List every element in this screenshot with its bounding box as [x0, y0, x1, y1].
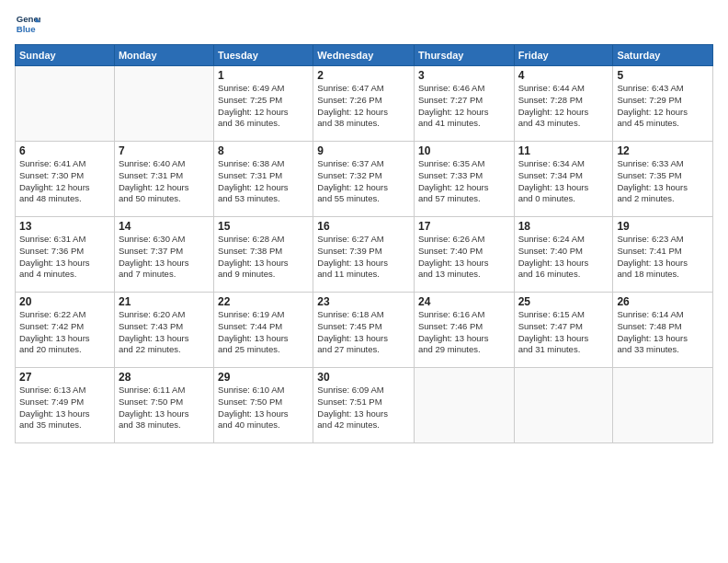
cell-day-number: 21 — [119, 295, 210, 308]
calendar-cell: 25Sunrise: 6:15 AM Sunset: 7:47 PM Dayli… — [514, 293, 613, 368]
calendar-week-row: 20Sunrise: 6:22 AM Sunset: 7:42 PM Dayli… — [16, 293, 713, 368]
cell-info-text: Sunrise: 6:43 AM Sunset: 7:29 PM Dayligh… — [617, 83, 709, 130]
logo: General Blue — [15, 11, 40, 37]
calendar-cell: 24Sunrise: 6:16 AM Sunset: 7:46 PM Dayli… — [414, 293, 514, 368]
calendar-cell: 29Sunrise: 6:10 AM Sunset: 7:50 PM Dayli… — [214, 368, 313, 443]
cell-day-number: 4 — [518, 69, 609, 82]
cell-day-number: 15 — [218, 220, 309, 233]
weekday-header: Monday — [114, 45, 213, 66]
calendar-cell: 19Sunrise: 6:23 AM Sunset: 7:41 PM Dayli… — [613, 217, 713, 293]
header: General Blue — [15, 11, 713, 37]
calendar-cell: 22Sunrise: 6:19 AM Sunset: 7:44 PM Dayli… — [214, 293, 313, 368]
cell-day-number: 14 — [119, 220, 210, 233]
calendar-cell: 14Sunrise: 6:30 AM Sunset: 7:37 PM Dayli… — [114, 217, 213, 293]
calendar-cell: 2Sunrise: 6:47 AM Sunset: 7:26 PM Daylig… — [313, 66, 415, 142]
calendar-cell: 17Sunrise: 6:26 AM Sunset: 7:40 PM Dayli… — [414, 217, 514, 293]
calendar-cell: 23Sunrise: 6:18 AM Sunset: 7:45 PM Dayli… — [313, 293, 415, 368]
weekday-header: Thursday — [414, 45, 514, 66]
cell-info-text: Sunrise: 6:46 AM Sunset: 7:27 PM Dayligh… — [418, 83, 510, 130]
calendar-week-row: 1Sunrise: 6:49 AM Sunset: 7:25 PM Daylig… — [16, 66, 713, 142]
cell-day-number: 1 — [218, 69, 309, 82]
calendar-table: SundayMondayTuesdayWednesdayThursdayFrid… — [15, 44, 713, 443]
calendar-week-row: 13Sunrise: 6:31 AM Sunset: 7:36 PM Dayli… — [16, 217, 713, 293]
cell-info-text: Sunrise: 6:24 AM Sunset: 7:40 PM Dayligh… — [518, 234, 609, 281]
calendar-cell — [16, 66, 115, 142]
calendar-week-row: 6Sunrise: 6:41 AM Sunset: 7:30 PM Daylig… — [16, 142, 713, 217]
calendar-cell: 15Sunrise: 6:28 AM Sunset: 7:38 PM Dayli… — [214, 217, 313, 293]
cell-day-number: 12 — [617, 144, 709, 157]
cell-day-number: 16 — [317, 220, 410, 233]
calendar-cell: 9Sunrise: 6:37 AM Sunset: 7:32 PM Daylig… — [313, 142, 415, 217]
cell-day-number: 5 — [617, 69, 709, 82]
calendar-cell — [414, 368, 514, 443]
cell-info-text: Sunrise: 6:09 AM Sunset: 7:51 PM Dayligh… — [317, 385, 410, 431]
cell-info-text: Sunrise: 6:38 AM Sunset: 7:31 PM Dayligh… — [218, 158, 309, 205]
cell-day-number: 26 — [617, 295, 709, 308]
calendar-cell: 6Sunrise: 6:41 AM Sunset: 7:30 PM Daylig… — [16, 142, 115, 217]
cell-info-text: Sunrise: 6:47 AM Sunset: 7:26 PM Dayligh… — [317, 83, 410, 130]
calendar-cell — [114, 66, 213, 142]
logo-icon: General Blue — [15, 11, 40, 37]
cell-info-text: Sunrise: 6:27 AM Sunset: 7:39 PM Dayligh… — [317, 234, 410, 281]
svg-text:Blue: Blue — [17, 24, 36, 34]
calendar-week-row: 27Sunrise: 6:13 AM Sunset: 7:49 PM Dayli… — [16, 368, 713, 443]
cell-info-text: Sunrise: 6:18 AM Sunset: 7:45 PM Dayligh… — [317, 309, 410, 356]
cell-day-number: 17 — [418, 220, 510, 233]
cell-day-number: 23 — [317, 295, 410, 308]
cell-day-number: 30 — [317, 371, 410, 384]
calendar-cell: 30Sunrise: 6:09 AM Sunset: 7:51 PM Dayli… — [313, 368, 415, 443]
cell-day-number: 20 — [19, 295, 110, 308]
cell-day-number: 9 — [317, 144, 410, 157]
calendar-cell: 28Sunrise: 6:11 AM Sunset: 7:50 PM Dayli… — [114, 368, 213, 443]
cell-info-text: Sunrise: 6:35 AM Sunset: 7:33 PM Dayligh… — [418, 158, 510, 205]
calendar-cell: 12Sunrise: 6:33 AM Sunset: 7:35 PM Dayli… — [613, 142, 713, 217]
cell-day-number: 24 — [418, 295, 510, 308]
cell-day-number: 19 — [617, 220, 709, 233]
calendar-cell: 7Sunrise: 6:40 AM Sunset: 7:31 PM Daylig… — [114, 142, 213, 217]
cell-info-text: Sunrise: 6:20 AM Sunset: 7:43 PM Dayligh… — [119, 309, 210, 356]
cell-info-text: Sunrise: 6:22 AM Sunset: 7:42 PM Dayligh… — [19, 309, 110, 356]
cell-day-number: 8 — [218, 144, 309, 157]
main-container: General Blue SundayMondayTuesdayWednesda… — [0, 0, 728, 563]
weekday-header-row: SundayMondayTuesdayWednesdayThursdayFrid… — [16, 45, 713, 66]
calendar-cell: 11Sunrise: 6:34 AM Sunset: 7:34 PM Dayli… — [514, 142, 613, 217]
calendar-cell: 27Sunrise: 6:13 AM Sunset: 7:49 PM Dayli… — [16, 368, 115, 443]
cell-info-text: Sunrise: 6:26 AM Sunset: 7:40 PM Dayligh… — [418, 234, 510, 281]
cell-day-number: 6 — [19, 144, 110, 157]
cell-info-text: Sunrise: 6:49 AM Sunset: 7:25 PM Dayligh… — [218, 83, 309, 130]
calendar-cell: 1Sunrise: 6:49 AM Sunset: 7:25 PM Daylig… — [214, 66, 313, 142]
cell-info-text: Sunrise: 6:44 AM Sunset: 7:28 PM Dayligh… — [518, 83, 609, 130]
weekday-header: Tuesday — [214, 45, 313, 66]
cell-info-text: Sunrise: 6:28 AM Sunset: 7:38 PM Dayligh… — [218, 234, 309, 281]
calendar-cell: 20Sunrise: 6:22 AM Sunset: 7:42 PM Dayli… — [16, 293, 115, 368]
weekday-header: Saturday — [613, 45, 713, 66]
calendar-cell: 13Sunrise: 6:31 AM Sunset: 7:36 PM Dayli… — [16, 217, 115, 293]
cell-day-number: 10 — [418, 144, 510, 157]
calendar-cell — [514, 368, 613, 443]
calendar-cell: 21Sunrise: 6:20 AM Sunset: 7:43 PM Dayli… — [114, 293, 213, 368]
cell-day-number: 11 — [518, 144, 609, 157]
cell-info-text: Sunrise: 6:14 AM Sunset: 7:48 PM Dayligh… — [617, 309, 709, 356]
cell-info-text: Sunrise: 6:23 AM Sunset: 7:41 PM Dayligh… — [617, 234, 709, 281]
cell-day-number: 2 — [317, 69, 410, 82]
weekday-header: Sunday — [16, 45, 115, 66]
weekday-header: Friday — [514, 45, 613, 66]
cell-info-text: Sunrise: 6:16 AM Sunset: 7:46 PM Dayligh… — [418, 309, 510, 356]
weekday-header: Wednesday — [313, 45, 415, 66]
cell-info-text: Sunrise: 6:11 AM Sunset: 7:50 PM Dayligh… — [119, 385, 210, 431]
cell-info-text: Sunrise: 6:40 AM Sunset: 7:31 PM Dayligh… — [119, 158, 210, 205]
cell-info-text: Sunrise: 6:41 AM Sunset: 7:30 PM Dayligh… — [19, 158, 110, 205]
calendar-cell: 18Sunrise: 6:24 AM Sunset: 7:40 PM Dayli… — [514, 217, 613, 293]
cell-info-text: Sunrise: 6:34 AM Sunset: 7:34 PM Dayligh… — [518, 158, 609, 205]
cell-day-number: 18 — [518, 220, 609, 233]
cell-day-number: 7 — [119, 144, 210, 157]
cell-info-text: Sunrise: 6:33 AM Sunset: 7:35 PM Dayligh… — [617, 158, 709, 205]
cell-info-text: Sunrise: 6:37 AM Sunset: 7:32 PM Dayligh… — [317, 158, 410, 205]
cell-info-text: Sunrise: 6:10 AM Sunset: 7:50 PM Dayligh… — [218, 385, 309, 431]
calendar-cell: 3Sunrise: 6:46 AM Sunset: 7:27 PM Daylig… — [414, 66, 514, 142]
calendar-cell: 8Sunrise: 6:38 AM Sunset: 7:31 PM Daylig… — [214, 142, 313, 217]
calendar-cell — [613, 368, 713, 443]
calendar-cell: 10Sunrise: 6:35 AM Sunset: 7:33 PM Dayli… — [414, 142, 514, 217]
cell-day-number: 29 — [218, 371, 309, 384]
calendar-cell: 5Sunrise: 6:43 AM Sunset: 7:29 PM Daylig… — [613, 66, 713, 142]
